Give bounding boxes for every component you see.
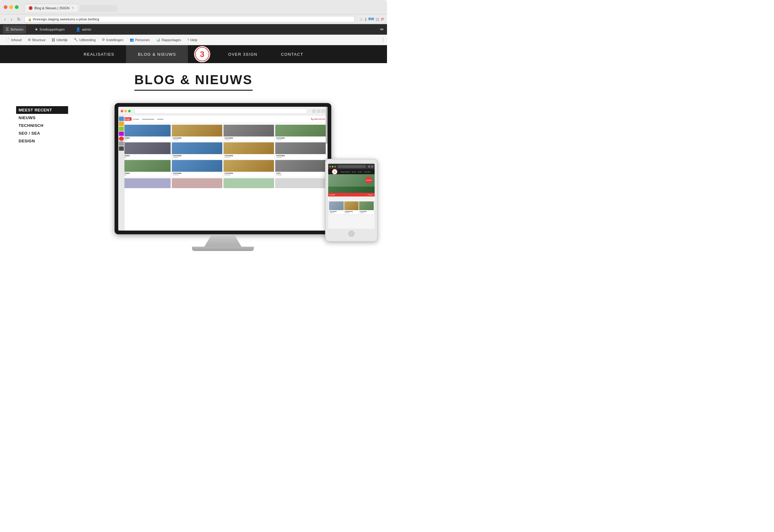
nav-blog-nieuws[interactable]: BLOG & NIEUWS: [126, 45, 188, 63]
tablet-nav: 3 REALISATIES BLOG OVER CONTACT: [328, 169, 374, 174]
site-wrapper: REALISATIES BLOG & NIEUWS 3 OVER 3SIGN C…: [0, 45, 387, 263]
cms-nav: 📄 Inhoud ⊞ Structuur 🖼 Uiterlijk 🔧 Uitbr…: [0, 35, 387, 45]
tab-title: Blog & Nieuws | 3SIGN: [34, 6, 70, 10]
nav-over-3sign[interactable]: OVER 3SIGN: [216, 45, 269, 63]
tablet-mockup: 3 REALISATIES BLOG OVER CONTACT: [325, 159, 378, 242]
mock-dock-item-5: [119, 136, 124, 141]
mock-tool-3: [321, 109, 325, 113]
tablet-filter-box-1: [329, 197, 351, 200]
cms-nav-help[interactable]: ? Help: [185, 37, 200, 43]
structuur-icon: ⊞: [28, 38, 31, 42]
window-chrome: Blog & Nieuws | 3SIGN ✕: [0, 0, 387, 15]
maximize-button[interactable]: [15, 5, 19, 9]
uiterlijk-icon: 🖼: [52, 38, 55, 42]
cms-nav-instellingen[interactable]: ⚙ Instellingen: [99, 36, 126, 43]
pencil-icon[interactable]: ✏: [380, 27, 384, 32]
cms-nav-rapportages[interactable]: 📊 Rapportages: [153, 36, 184, 43]
sidebar-item-technisch[interactable]: TECHNISCH: [19, 122, 68, 129]
tablet-dot-y: [332, 166, 333, 167]
star-icon[interactable]: ☆: [359, 17, 363, 22]
mock-prop-img-3: [223, 125, 274, 136]
mock-prop-price-4: € 299 000: [276, 139, 325, 141]
cms-nav-inhoud[interactable]: 📄 Inhoud: [3, 36, 24, 43]
mock-prop-9: OOSTENDE € 280 000: [120, 160, 171, 176]
tablet-icon[interactable]: ⊡: [376, 17, 379, 22]
mock-prop-8: OOSTENDE € 325 000: [275, 142, 326, 159]
mock-tool-2: [317, 109, 320, 113]
tablet-prop-card-1: OOSTENDE € 325 000: [329, 201, 344, 214]
beheren-menu[interactable]: ☰ Beheren: [3, 25, 26, 33]
tablet-filter-row: LE KOOP ▾ SELECT: [328, 193, 374, 197]
cms-nav-uitbreiding[interactable]: 🔧 Uitbreiding: [71, 36, 98, 43]
cms-nav-uiterlijk[interactable]: 🖼 Uiterlijk: [49, 37, 70, 43]
mock-prop-label-11: OOSTENDE € 325 000: [223, 172, 274, 176]
mock-prop-11: OOSTENDE € 325 000: [223, 160, 274, 176]
admin-menu[interactable]: 👤 admin: [73, 25, 94, 33]
sidebar-item-seo-sea[interactable]: SEO / SEA: [19, 129, 68, 137]
mock-prop-price-2: € 325 000: [173, 139, 221, 141]
snelkoppelingen-menu[interactable]: ★ Snelkoppelingen: [32, 25, 67, 33]
main-content: MEEST RECENT NIEUWS TECHNISCH SEO / SEA …: [0, 97, 387, 263]
tablet-dot-r: [329, 166, 331, 167]
cms-nav-divider: |: [382, 37, 384, 43]
site-logo[interactable]: 3: [194, 46, 210, 62]
tablet-home-button[interactable]: [348, 231, 354, 237]
reload-button[interactable]: ↻: [16, 16, 22, 22]
mock-prop-label-3: OOSTENDE € 390 000: [223, 136, 274, 141]
address-bar[interactable]: 🔒 threesign.staging.sweetums.x-plose.be/…: [24, 16, 354, 22]
mock-toolbar: [312, 109, 325, 113]
nav-realisaties[interactable]: REALISATIES: [72, 45, 126, 63]
mock-addr-bar: [134, 109, 307, 114]
logo-3-text: 3: [200, 50, 204, 58]
sidebar-item-nieuws[interactable]: NIEUWS: [19, 114, 68, 122]
cms-nav-inhoud-label: Inhoud: [11, 38, 22, 42]
pinterest-icon[interactable]: P: [381, 17, 384, 22]
help-icon: ?: [187, 38, 189, 42]
tab-close-icon[interactable]: ✕: [71, 6, 74, 10]
mock-dock-item-2: [119, 122, 124, 126]
mock-prop-label-12: OOST... € 295 000: [275, 172, 326, 176]
mock-prop-price-1: € 259 000: [121, 139, 170, 141]
tablet-filter-box-2: [352, 197, 374, 200]
inhoud-icon: 📄: [6, 38, 10, 42]
monitor-mockup: le koop te huur woonprojecten kantoor 📞 …: [115, 103, 331, 251]
bw-icon[interactable]: BW: [368, 17, 374, 22]
minimize-button[interactable]: [9, 5, 13, 9]
monitor-display: le koop te huur woonprojecten kantoor 📞 …: [118, 107, 327, 231]
active-tab[interactable]: Blog & Nieuws | 3SIGN ✕: [24, 4, 79, 12]
nav-contact[interactable]: CONTACT: [269, 45, 315, 63]
mock-prop-6: OOSTENDE € 230 000: [172, 142, 222, 159]
info-icon[interactable]: ℹ: [365, 17, 366, 22]
cms-nav-help-label: Help: [190, 38, 197, 42]
tablet-nav-contact: CONTACT: [364, 171, 371, 173]
mock-prop-price-3: € 390 000: [224, 139, 273, 141]
mock-prop-12: OOST... € 295 000: [275, 160, 326, 176]
cms-nav-uiterlijk-label: Uiterlijk: [56, 38, 67, 42]
sidebar: MEEST RECENT NIEUWS TECHNISCH SEO / SEA …: [19, 103, 68, 251]
tablet-nav-over: OVER: [358, 171, 362, 173]
cms-nav-structuur[interactable]: ⊞ Structuur: [25, 36, 48, 43]
mock-prop-img-2: [172, 125, 222, 136]
mock-prop-img-9: [120, 160, 171, 172]
monitor-screen: le koop te huur woonprojecten kantoor 📞 …: [115, 103, 331, 234]
site-nav: REALISATIES BLOG & NIEUWS 3 OVER 3SIGN C…: [0, 45, 387, 63]
back-button[interactable]: ‹: [3, 16, 7, 22]
tablet-prop-img-1: [329, 201, 344, 210]
tablet-prop-price-3: € 359 000: [360, 212, 373, 214]
beheren-label: Beheren: [11, 28, 24, 31]
mock-prop-label-6: OOSTENDE € 230 000: [172, 154, 222, 159]
tablet-hero-house: [328, 187, 374, 193]
personen-icon: 👥: [130, 38, 134, 42]
address-bar-row: ‹ › ↻ 🔒 threesign.staging.sweetums.x-plo…: [0, 15, 387, 24]
sidebar-item-design[interactable]: DESIGN: [19, 137, 68, 145]
forward-button[interactable]: ›: [10, 16, 14, 22]
mock-partial-2: [172, 178, 222, 188]
sidebar-item-meest-recent[interactable]: MEEST RECENT: [16, 106, 68, 114]
cms-nav-personen[interactable]: 👥 Personen: [127, 36, 152, 43]
mock-prop-img-4: [275, 125, 326, 136]
mock-nav-te-huur: te huur: [132, 118, 140, 121]
admin-label: admin: [82, 28, 91, 31]
tablet-filter-le-koop: LE KOOP: [329, 194, 335, 196]
close-button[interactable]: [4, 5, 7, 9]
mock-prop-price-10: € 430 000: [173, 174, 221, 176]
